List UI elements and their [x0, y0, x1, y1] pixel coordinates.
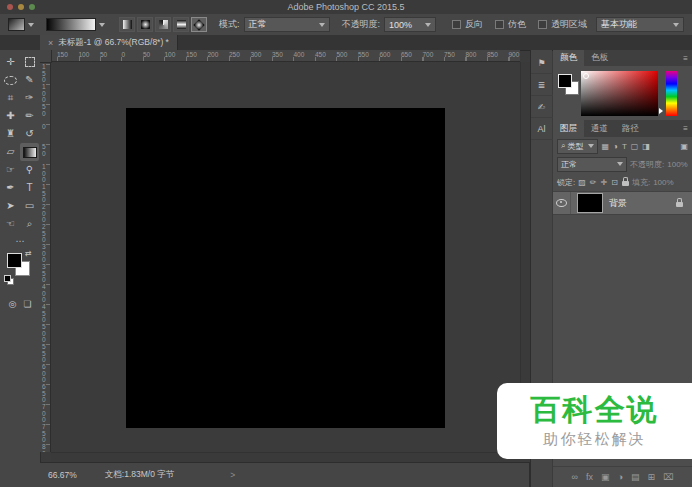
ruler-label: 100 [42, 84, 47, 104]
color-panel [553, 66, 692, 120]
gradient-tool[interactable] [20, 143, 39, 161]
dart-panel-icon[interactable]: ⚑ [531, 52, 553, 74]
lock-transparent-icon[interactable]: ▨ [578, 178, 586, 187]
color-picker-marker[interactable] [583, 73, 589, 79]
filter-kind-select[interactable]: ⌕ 类型 [557, 139, 598, 154]
path-selection-tool[interactable]: ➤ [1, 197, 20, 215]
zoom-level-field[interactable]: 66.67% [48, 470, 77, 480]
eyedropper-tool[interactable]: ✑ [20, 89, 39, 107]
lasso-tool[interactable] [1, 71, 20, 89]
hand-tool[interactable]: ☜ [1, 215, 20, 233]
lock-icons: ▨✏✛⊡ [578, 178, 629, 187]
filter-smart-object-icon[interactable]: ◨ [642, 142, 650, 151]
crop-tool[interactable]: ⌗ [1, 89, 20, 107]
lock-paint-icon[interactable]: ✏ [590, 178, 597, 187]
document-tab[interactable]: × 未标题-1 @ 66.7%(RGB/8*) * [40, 35, 178, 50]
libraries-panel-icon[interactable]: Al [531, 118, 553, 140]
close-window-button[interactable] [7, 4, 13, 10]
adjustments-panel-icon[interactable]: ≣ [531, 74, 553, 96]
hue-slider-arrow-icon[interactable] [659, 108, 663, 114]
lock-move-icon[interactable]: ✛ [601, 178, 608, 187]
diamond-gradient-button[interactable] [191, 17, 207, 32]
link-layers-icon[interactable]: ∞ [572, 472, 578, 482]
canvas[interactable] [126, 108, 445, 428]
gradient-picker-caret-icon[interactable] [99, 23, 105, 27]
reflected-gradient-button[interactable] [173, 17, 189, 32]
filter-toggle-button[interactable]: ▣ [680, 142, 688, 151]
zoom-tool[interactable]: ⌕ [20, 215, 39, 233]
tool-preset-caret-icon[interactable] [28, 23, 34, 27]
window-title: Adobe Photoshop CC 2015.5 [0, 0, 692, 14]
layer-opacity-value[interactable]: 100% [667, 160, 687, 169]
layer-mask-icon[interactable]: ▣ [601, 472, 610, 482]
workspace-select[interactable]: 基本功能 [596, 17, 684, 32]
ruler-label: 450 [42, 304, 47, 324]
transparency-checkbox[interactable]: 透明区域 [538, 18, 587, 31]
gradient-preview[interactable] [46, 18, 96, 31]
minimize-window-button[interactable] [18, 4, 24, 10]
ruler-label: 300 [251, 50, 273, 59]
status-menu-arrow-icon[interactable]: > [230, 470, 235, 480]
type-tool[interactable]: T [20, 179, 39, 197]
filter-shape-icon[interactable]: ▢ [631, 142, 639, 151]
layer-blend-mode-select[interactable]: 正常 [557, 157, 627, 172]
saturation-brightness-field[interactable] [581, 71, 658, 116]
pen-tool[interactable]: ✒ [1, 179, 20, 197]
filter-adjustment-icon[interactable]: ◑ [613, 142, 618, 151]
brush-tool[interactable]: ✏ [20, 107, 39, 125]
linear-gradient-button[interactable] [119, 17, 135, 32]
move-tool[interactable]: ✛ [1, 53, 20, 71]
foreground-swatch[interactable] [7, 253, 22, 268]
radial-gradient-button[interactable] [137, 17, 153, 32]
reverse-checkbox[interactable]: 反向 [452, 18, 483, 31]
new-layer-icon[interactable]: ⊞ [647, 472, 655, 482]
lock-all-icon[interactable] [622, 181, 629, 186]
marquee-tool[interactable] [20, 53, 39, 71]
ruler-label: 850 [487, 50, 509, 59]
tab-paths[interactable]: 路径 [615, 120, 646, 137]
quick-mask-button[interactable]: ◎ [9, 299, 17, 309]
filter-pixel-icon[interactable]: ▦ [601, 142, 609, 151]
rectangle-tool[interactable]: ▭ [20, 197, 39, 215]
panel-menu-icon[interactable]: ≡ [683, 54, 688, 63]
adjustment-layer-icon[interactable]: ◑ [618, 472, 623, 482]
close-tab-icon[interactable]: × [48, 38, 53, 48]
quick-selection-tool[interactable]: ✎ [20, 71, 39, 89]
swap-colors-icon[interactable]: ⇄ [25, 249, 32, 258]
filter-type-icon[interactable]: T [622, 142, 627, 151]
delete-layer-icon[interactable]: ⌧ [663, 472, 673, 482]
horizontal-ruler: 1501005005010015020025030035040045050055… [51, 50, 520, 62]
stylus-panel-icon[interactable]: ✍ [531, 96, 553, 118]
opacity-select[interactable]: 100% [384, 17, 436, 32]
lock-artboard-icon[interactable]: ⊡ [611, 178, 618, 187]
eraser-tool[interactable]: ▱ [1, 143, 20, 161]
foreground-swatch[interactable] [558, 74, 572, 88]
new-group-icon[interactable]: ▤ [631, 472, 640, 482]
workspace-value: 基本功能 [601, 18, 637, 31]
tab-channels[interactable]: 通道 [584, 120, 615, 137]
layer-row-background[interactable]: 背景 [553, 191, 692, 215]
dither-checkbox[interactable]: 仿色 [495, 18, 526, 31]
dodge-tool[interactable]: ⚲ [20, 161, 39, 179]
layer-thumbnail[interactable] [577, 193, 603, 213]
smudge-tool[interactable]: ☞ [1, 161, 20, 179]
history-brush-tool[interactable]: ↺ [20, 125, 39, 143]
gradient-tool-preset-icon[interactable] [8, 18, 25, 31]
pasteboard[interactable] [51, 62, 520, 452]
edit-toolbar-icon[interactable]: ⋯ [0, 236, 40, 246]
tab-layers[interactable]: 图层 [553, 120, 584, 137]
screen-mode-button[interactable]: ❏ [23, 299, 31, 309]
blend-mode-select[interactable]: 正常 [244, 17, 330, 32]
tab-color[interactable]: 颜色 [553, 50, 584, 66]
layer-effects-icon[interactable]: fx [586, 472, 593, 482]
hue-ramp[interactable] [666, 71, 677, 116]
tab-swatches[interactable]: 色板 [584, 50, 615, 66]
layer-visibility-toggle[interactable] [553, 192, 571, 214]
healing-brush-tool[interactable]: ✚ [1, 107, 20, 125]
panel-menu-icon[interactable]: ≡ [683, 124, 688, 133]
default-colors-icon[interactable] [4, 275, 14, 285]
zoom-window-button[interactable] [29, 4, 35, 10]
angle-gradient-button[interactable] [155, 17, 171, 32]
clone-stamp-tool[interactable]: ♜ [1, 125, 20, 143]
fill-value[interactable]: 100% [653, 178, 673, 187]
